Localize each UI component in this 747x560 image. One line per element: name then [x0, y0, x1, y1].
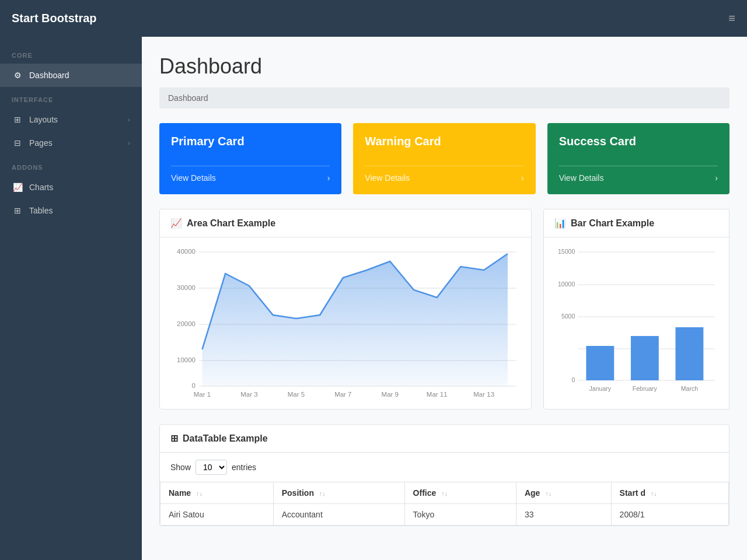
svg-rect-27	[631, 336, 659, 380]
table-row: Airi Satou Accountant Tokyo 33 2008/1	[160, 504, 729, 526]
pages-icon: ⊟	[12, 137, 23, 149]
primary-card[interactable]: Primary Card View Details ›	[159, 123, 341, 194]
dashboard-icon: ⚙	[12, 69, 23, 81]
svg-text:January: January	[589, 385, 612, 392]
col-position[interactable]: Position ↑↓	[273, 482, 404, 504]
charts-row: 📈 Area Chart Example 40000 30000	[159, 209, 729, 410]
area-chart-title: Area Chart Example	[187, 218, 275, 229]
success-card-link-text: View Details	[559, 173, 604, 183]
cards-row: Primary Card View Details › Warning Card…	[159, 123, 729, 194]
col-name[interactable]: Name ↑↓	[160, 482, 274, 504]
datatable-title: DataTable Example	[183, 433, 268, 444]
warning-card-chevron: ›	[521, 173, 524, 183]
sidebar-section-interface: INTERFACE	[0, 87, 142, 108]
charts-icon: 📈	[12, 181, 23, 193]
svg-text:Mar 9: Mar 9	[382, 391, 399, 398]
col-age[interactable]: Age ↑↓	[516, 482, 611, 504]
sort-icon-start: ↑↓	[651, 490, 657, 497]
sidebar-section-addons: ADDONS	[0, 155, 142, 176]
datatable-controls: Show 10 25 50 entries	[160, 453, 729, 482]
svg-text:10000: 10000	[177, 356, 196, 363]
svg-text:Mar 11: Mar 11	[427, 391, 448, 398]
sidebar-item-charts-label: Charts	[29, 183, 53, 192]
svg-text:February: February	[633, 385, 658, 392]
svg-text:15000: 15000	[558, 248, 575, 255]
bar-chart-title: Bar Chart Example	[571, 218, 654, 229]
svg-text:Mar 3: Mar 3	[240, 391, 257, 398]
sidebar: CORE ⚙ Dashboard INTERFACE ⊞ Layouts › ⊟…	[0, 37, 142, 560]
brand-name: Start Bootstrap	[12, 12, 717, 25]
sidebar-item-tables[interactable]: ⊞ Tables	[0, 199, 142, 222]
sort-icon-position: ↑↓	[319, 490, 326, 497]
success-card-chevron: ›	[715, 173, 718, 183]
cell-name: Airi Satou	[160, 504, 274, 526]
area-chart-header: 📈 Area Chart Example	[160, 209, 531, 237]
sidebar-item-pages-label: Pages	[29, 138, 53, 148]
sidebar-item-layouts-label: Layouts	[29, 115, 58, 124]
col-office[interactable]: Office ↑↓	[404, 482, 516, 504]
primary-card-title: Primary Card	[171, 135, 330, 148]
chevron-right-icon: ›	[128, 116, 130, 123]
layouts-icon: ⊞	[12, 114, 23, 125]
cell-start: 2008/1	[611, 504, 728, 526]
primary-card-link-text: View Details	[171, 173, 216, 183]
sidebar-item-charts[interactable]: 📈 Charts	[0, 176, 142, 199]
cell-office: Tokyo	[404, 504, 516, 526]
datatable-card: ⊞ DataTable Example Show 10 25 50 entrie…	[159, 424, 729, 526]
datatable: Name ↑↓ Position ↑↓ Office ↑↓ Age ↑↓ Sta…	[160, 482, 729, 526]
area-chart-icon: 📈	[170, 218, 182, 229]
navbar: Start Bootstrap ≡	[0, 0, 747, 37]
area-chart-body: 40000 30000 20000 10000 0	[160, 237, 531, 409]
success-card[interactable]: Success Card View Details ›	[547, 123, 729, 194]
cell-position: Accountant	[273, 504, 404, 526]
primary-card-chevron: ›	[327, 173, 330, 183]
entries-select[interactable]: 10 25 50	[196, 460, 227, 475]
warning-card-title: Warning Card	[365, 135, 523, 148]
sidebar-item-tables-label: Tables	[29, 206, 53, 215]
success-card-link[interactable]: View Details ›	[559, 166, 718, 183]
bar-chart-svg: 15000 10000 5000 0 January February Marc…	[553, 246, 720, 398]
datatable-header: ⊞ DataTable Example	[160, 425, 729, 453]
content-area: Dashboard Dashboard Primary Card View De…	[142, 37, 747, 560]
svg-text:Mar 1: Mar 1	[194, 391, 211, 398]
sidebar-toggle-icon[interactable]: ≡	[728, 12, 735, 25]
svg-text:0: 0	[571, 376, 575, 383]
sidebar-item-layouts[interactable]: ⊞ Layouts ›	[0, 108, 142, 131]
page-title: Dashboard	[159, 54, 729, 79]
bar-chart-card: 📊 Bar Chart Example 15000 10000 5	[543, 209, 729, 410]
sidebar-item-dashboard[interactable]: ⚙ Dashboard	[0, 64, 142, 87]
svg-text:20000: 20000	[177, 320, 196, 327]
chevron-right-icon-2: ›	[128, 139, 130, 146]
warning-card-link[interactable]: View Details ›	[365, 166, 523, 183]
warning-card[interactable]: Warning Card View Details ›	[353, 123, 535, 194]
sidebar-item-dashboard-label: Dashboard	[29, 71, 69, 80]
area-chart-svg: 40000 30000 20000 10000 0	[169, 246, 522, 398]
svg-text:Mar 7: Mar 7	[334, 391, 351, 398]
cell-age: 33	[516, 504, 611, 526]
main-wrapper: CORE ⚙ Dashboard INTERFACE ⊞ Layouts › ⊟…	[0, 37, 747, 560]
breadcrumb: Dashboard	[159, 88, 729, 108]
sort-icon-age: ↑↓	[545, 490, 551, 497]
svg-text:10000: 10000	[558, 281, 575, 288]
sort-icon-name: ↑↓	[196, 490, 203, 497]
success-card-title: Success Card	[559, 135, 718, 148]
col-start[interactable]: Start d ↑↓	[611, 482, 728, 504]
svg-rect-26	[586, 346, 614, 380]
primary-card-link[interactable]: View Details ›	[171, 166, 330, 183]
svg-text:Mar 13: Mar 13	[473, 391, 494, 398]
svg-text:5000: 5000	[561, 313, 575, 320]
entries-label: entries	[232, 463, 256, 472]
area-chart-card: 📈 Area Chart Example 40000 30000	[159, 209, 532, 410]
warning-card-link-text: View Details	[365, 173, 410, 183]
bar-chart-header: 📊 Bar Chart Example	[544, 209, 729, 237]
datatable-icon: ⊞	[170, 433, 178, 444]
sidebar-item-pages[interactable]: ⊟ Pages ›	[0, 131, 142, 155]
svg-text:0: 0	[192, 382, 196, 389]
svg-rect-28	[675, 327, 703, 380]
bar-chart-icon: 📊	[554, 218, 566, 229]
svg-text:40000: 40000	[177, 248, 196, 255]
svg-text:Mar 5: Mar 5	[288, 391, 305, 398]
tables-icon: ⊞	[12, 205, 23, 216]
svg-text:March: March	[681, 385, 698, 392]
bar-chart-body: 15000 10000 5000 0 January February Marc…	[544, 237, 729, 409]
